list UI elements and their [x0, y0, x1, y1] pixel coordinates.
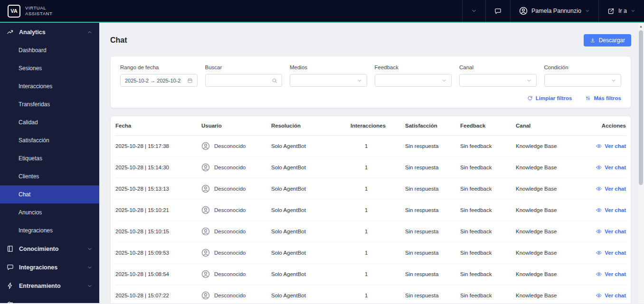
goto-menu[interactable]: Ir a [598, 0, 644, 22]
cell-feedback: Sin feedback [460, 186, 516, 192]
messages-button[interactable] [485, 0, 510, 22]
user-name: Desconocido [214, 250, 246, 256]
header-dropdown-button[interactable] [462, 0, 485, 22]
ver-chat-link[interactable]: Ver chat [596, 207, 626, 213]
calendar-icon [187, 78, 193, 83]
search-icon [272, 78, 277, 83]
filter-sliders-icon [585, 95, 591, 101]
sidebar-section-partial[interactable] [0, 295, 99, 303]
eye-icon [596, 250, 602, 256]
cell-usuario: Desconocido [201, 291, 271, 300]
canal-select[interactable] [459, 74, 537, 87]
cell-fecha: 2025-10-28 | 15:14:30 [115, 165, 201, 170]
cell-canal: Knowledge Base [516, 186, 582, 192]
sidebar-section-analytics[interactable]: Analytics [0, 23, 99, 41]
sidebar-item[interactable]: Dashboard [0, 41, 99, 59]
sidebar-section-label: Conocimiento [19, 246, 58, 252]
sidebar-item[interactable]: Calidad [0, 113, 99, 131]
sidebar-item[interactable]: Anuncios [0, 203, 99, 221]
sidebar-item[interactable]: Sesiones [0, 59, 99, 77]
user-name: Desconocido [214, 207, 246, 213]
ver-chat-label: Ver chat [605, 229, 626, 234]
date-range-value: 2025-10-2 → 2025-10-2 [125, 78, 180, 83]
cell-acciones: Ver chat [582, 271, 626, 277]
lightning-icon [7, 282, 14, 289]
chevron-down-icon [585, 9, 590, 13]
ver-chat-link[interactable]: Ver chat [596, 293, 626, 298]
chat-bubble-icon [494, 8, 502, 15]
col-header-resolucion: Resolución [271, 123, 350, 129]
sidebar-item-label: Transferidas [19, 101, 50, 108]
scroll-up-arrow[interactable]: ▲ [638, 23, 644, 29]
cell-satisfaccion: Sin respuesta [405, 250, 460, 256]
sidebar-section-entrenamiento[interactable]: Entrenamiento [0, 276, 99, 295]
cell-usuario: Desconocido [201, 142, 271, 150]
cell-canal: Knowledge Base [516, 165, 582, 170]
ver-chat-link[interactable]: Ver chat [596, 271, 626, 277]
cell-fecha: 2025-10-28 | 15:10:21 [115, 207, 201, 213]
sidebar-item-label: Sesiones [19, 65, 42, 72]
main-content: Chat Descargar Rango de fecha 2025-10-2 … [99, 23, 644, 303]
line-chart-icon [7, 28, 14, 36]
field-medios: Medios [290, 64, 367, 87]
cell-resolucion: Solo AgentBot [271, 186, 350, 192]
table-row: 2025-10-28 | 15:17:38 Desconocido Solo A… [115, 136, 626, 157]
more-filters-button[interactable]: Más filtros [585, 95, 621, 101]
chevron-down-icon [87, 246, 93, 252]
medios-select[interactable] [290, 74, 367, 87]
feedback-select[interactable] [375, 74, 452, 87]
cell-interacciones: 1 [350, 207, 405, 213]
col-header-fecha: Fecha [115, 123, 201, 129]
sidebar-item[interactable]: Clientes [0, 167, 99, 185]
cell-usuario: Desconocido [201, 163, 271, 172]
chevron-down-icon [87, 283, 93, 289]
cell-canal: Knowledge Base [516, 207, 582, 213]
cell-satisfaccion: Sin respuesta [405, 293, 460, 298]
scrollbar-thumb[interactable] [639, 30, 643, 185]
sidebar-item-label: Interacciones [19, 83, 52, 90]
sidebar-item[interactable]: Interacciones [0, 77, 99, 95]
scrollbar[interactable]: ▲ [637, 23, 644, 303]
sidebar-section-conocimiento[interactable]: Conocimiento [0, 240, 99, 258]
cell-canal: Knowledge Base [516, 229, 582, 234]
sidebar-item[interactable]: Transferidas [0, 95, 99, 113]
col-header-canal: Canal [516, 123, 582, 129]
condicion-select[interactable] [544, 74, 622, 87]
cell-feedback: Sin feedback [460, 165, 516, 170]
cell-feedback: Sin feedback [460, 207, 516, 213]
col-header-feedback: Feedback [460, 123, 516, 129]
cell-feedback: Sin feedback [460, 229, 516, 234]
sidebar-item[interactable]: Chat [0, 185, 99, 203]
user-name: Desconocido [214, 293, 246, 298]
search-box [205, 74, 283, 87]
cell-canal: Knowledge Base [516, 143, 582, 149]
date-range-input[interactable]: 2025-10-2 → 2025-10-2 [120, 74, 198, 87]
cell-fecha: 2025-10-28 | 15:13:13 [115, 186, 201, 192]
sidebar-item-label: Calidad [19, 119, 38, 126]
user-avatar-icon [201, 227, 210, 236]
sidebar-item[interactable]: Satisfacción [0, 131, 99, 149]
col-header-acciones: Acciones [582, 123, 626, 129]
table-body: 2025-10-28 | 15:17:38 Desconocido Solo A… [115, 136, 626, 303]
user-name: Desconocido [214, 271, 246, 277]
ver-chat-link[interactable]: Ver chat [596, 250, 626, 256]
sidebar-item[interactable]: Etiquetas [0, 149, 99, 167]
sidebar-analytics-items: Dashboard Sesiones Interacciones Transfe… [0, 41, 99, 240]
search-input[interactable] [210, 78, 272, 83]
ver-chat-link[interactable]: Ver chat [596, 165, 626, 170]
user-name: Desconocido [214, 165, 246, 170]
sidebar-item[interactable]: Integraciones [0, 221, 99, 240]
table-row: 2025-10-28 | 15:08:54 Desconocido Solo A… [115, 264, 626, 285]
ver-chat-link[interactable]: Ver chat [596, 186, 626, 192]
cell-satisfaccion: Sin respuesta [405, 229, 460, 234]
sidebar-section-integraciones[interactable]: Integraciones [0, 258, 99, 276]
ver-chat-link[interactable]: Ver chat [596, 229, 626, 234]
page-title: Chat [110, 36, 127, 45]
user-name: Pamela Pannunzio [531, 8, 581, 14]
user-menu[interactable]: Pamela Pannunzio [510, 0, 598, 22]
download-button[interactable]: Descargar [584, 34, 631, 46]
table-row: 2025-10-28 | 15:13:13 Desconocido Solo A… [115, 178, 626, 200]
cell-resolucion: Solo AgentBot [271, 165, 350, 170]
clear-filters-button[interactable]: Limpiar filtros [527, 95, 572, 101]
ver-chat-link[interactable]: Ver chat [596, 143, 626, 149]
